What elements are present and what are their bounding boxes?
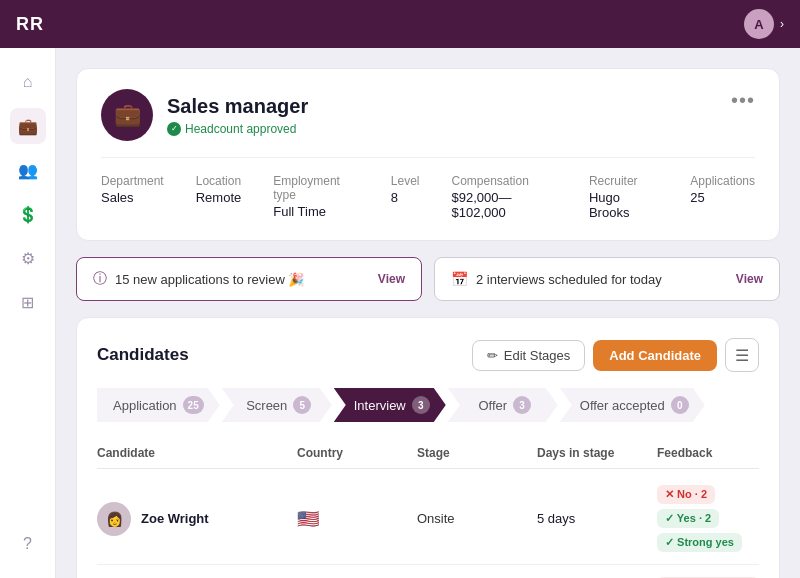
edit-stages-button[interactable]: ✏ Edit Stages — [472, 340, 586, 371]
th-days-in-stage: Days in stage — [537, 446, 657, 460]
job-title: Sales manager — [167, 95, 308, 118]
job-header: 💼 Sales manager ✓ Headcount approved ••• — [101, 89, 755, 141]
candidate-stage-1: Onsite — [417, 511, 537, 526]
stage-label-application: Application — [113, 398, 177, 413]
candidate-avatar-1: 👩 — [97, 502, 131, 536]
meta-applications-label: Applications — [690, 174, 755, 188]
banner-text: 15 new applications to review 🎉 — [115, 272, 304, 287]
feedback-no-1: ✕ No · 2 — [657, 485, 715, 504]
stage-tab-screen[interactable]: Screen 5 — [222, 388, 332, 422]
stage-count-offer-accepted: 0 — [671, 396, 689, 414]
meta-applications: Applications 25 — [690, 174, 755, 220]
pencil-icon: ✏ — [487, 348, 498, 363]
user-avatar[interactable]: A — [744, 9, 774, 39]
avatar-image-1: 👩 — [106, 511, 123, 527]
th-country: Country — [297, 446, 417, 460]
stage-tab-offer[interactable]: Offer 3 — [448, 388, 558, 422]
candidate-days-1: 5 days — [537, 511, 657, 526]
sidebar: ⌂ 💼 👥 💲 ⚙ ⊞ ? — [0, 48, 56, 578]
stage-count-application: 25 — [183, 396, 204, 414]
meta-compensation-value: $92,000—$102,000 — [452, 190, 557, 220]
feedback-yes-1: ✓ Yes · 2 — [657, 509, 719, 528]
candidates-title: Candidates — [97, 345, 189, 365]
candidates-actions: ✏ Edit Stages Add Candidate ☰ — [472, 338, 759, 372]
sidebar-item-compensation[interactable]: 💲 — [10, 196, 46, 232]
briefcase-icon: 💼 — [114, 102, 141, 128]
stage-tab-interview[interactable]: Interview 3 — [334, 388, 446, 422]
candidate-feedback-1: ✕ No · 2 ✓ Yes · 2 ✓ Strong yes — [657, 485, 759, 552]
th-stage: Stage — [417, 446, 537, 460]
stage-count-offer: 3 — [513, 396, 531, 414]
stage-label-screen: Screen — [246, 398, 287, 413]
job-meta: Department Sales Location Remote Employm… — [101, 157, 755, 220]
meta-compensation: Compensation $92,000—$102,000 — [452, 174, 557, 220]
candidate-country-1: 🇺🇸 — [297, 508, 417, 530]
app-logo: RR — [16, 14, 44, 35]
sidebar-item-jobs[interactable]: 💼 — [10, 108, 46, 144]
banner-view-link-2[interactable]: View — [736, 272, 763, 286]
candidate-name-1[interactable]: Zoe Wright — [141, 511, 209, 526]
meta-applications-value: 25 — [690, 190, 755, 205]
banner-left-2: 📅 2 interviews scheduled for today — [451, 271, 662, 287]
sidebar-item-apps[interactable]: ⊞ — [10, 284, 46, 320]
job-info: Sales manager ✓ Headcount approved — [167, 95, 308, 136]
th-candidate: Candidate — [97, 446, 297, 460]
stage-count-screen: 5 — [293, 396, 311, 414]
main-content: 💼 Sales manager ✓ Headcount approved •••… — [56, 48, 800, 578]
info-icon: ⓘ — [93, 270, 107, 288]
stage-tab-application[interactable]: Application 25 — [97, 388, 220, 422]
banner-text-2: 2 interviews scheduled for today — [476, 272, 662, 287]
flag-icon-1: 🇺🇸 — [297, 509, 319, 529]
stage-tabs: Application 25 Screen 5 Interview 3 Offe… — [97, 388, 759, 422]
approved-dot: ✓ — [167, 122, 181, 136]
sidebar-item-help[interactable]: ? — [10, 526, 46, 562]
stage-label-interview: Interview — [354, 398, 406, 413]
badge-text: Headcount approved — [185, 122, 296, 136]
sidebar-item-people[interactable]: 👥 — [10, 152, 46, 188]
meta-level-label: Level — [391, 174, 420, 188]
job-header-left: 💼 Sales manager ✓ Headcount approved — [101, 89, 308, 141]
job-card: 💼 Sales manager ✓ Headcount approved •••… — [76, 68, 780, 241]
meta-recruiter-value: Hugo Brooks — [589, 190, 658, 220]
feedback-strong-yes-1: ✓ Strong yes — [657, 533, 742, 552]
table-header: Candidate Country Stage Days in stage Fe… — [97, 438, 759, 469]
candidates-section: Candidates ✏ Edit Stages Add Candidate ☰… — [76, 317, 780, 578]
stage-label-offer-accepted: Offer accepted — [580, 398, 665, 413]
applications-banner: ⓘ 15 new applications to review 🎉 View — [76, 257, 422, 301]
candidates-table: Candidate Country Stage Days in stage Fe… — [97, 438, 759, 578]
meta-compensation-label: Compensation — [452, 174, 557, 188]
top-bar-right: A › — [744, 9, 784, 39]
meta-recruiter-label: Recruiter — [589, 174, 658, 188]
sidebar-item-settings[interactable]: ⚙ — [10, 240, 46, 276]
meta-level-value: 8 — [391, 190, 420, 205]
table-row: 👩 Zoe Wright 🇺🇸 Onsite 5 days ✕ No · 2 ✓… — [97, 473, 759, 565]
calendar-icon: 📅 — [451, 271, 468, 287]
meta-recruiter: Recruiter Hugo Brooks — [589, 174, 658, 220]
user-menu-chevron[interactable]: › — [780, 17, 784, 31]
stage-label-offer: Offer — [478, 398, 507, 413]
stage-tab-offer-accepted[interactable]: Offer accepted 0 — [560, 388, 705, 422]
banner-left: ⓘ 15 new applications to review 🎉 — [93, 270, 304, 288]
meta-department-value: Sales — [101, 190, 164, 205]
meta-department-label: Department — [101, 174, 164, 188]
interviews-banner: 📅 2 interviews scheduled for today View — [434, 257, 780, 301]
stage-count-interview: 3 — [412, 396, 430, 414]
filter-icon: ☰ — [735, 346, 749, 365]
meta-location-value: Remote — [196, 190, 242, 205]
meta-employment-value: Full Time — [273, 204, 359, 219]
candidate-cell-1: 👩 Zoe Wright — [97, 502, 297, 536]
candidates-header: Candidates ✏ Edit Stages Add Candidate ☰ — [97, 338, 759, 372]
meta-department: Department Sales — [101, 174, 164, 220]
table-row: 👩 Lauren Mitchell 🇬🇧 Assessment 10 days … — [97, 565, 759, 578]
feedback-badges-1: ✕ No · 2 ✓ Yes · 2 ✓ Strong yes — [657, 485, 759, 552]
job-icon: 💼 — [101, 89, 153, 141]
banner-view-link[interactable]: View — [378, 272, 405, 286]
sidebar-item-home[interactable]: ⌂ — [10, 64, 46, 100]
th-feedback: Feedback — [657, 446, 759, 460]
filter-button[interactable]: ☰ — [725, 338, 759, 372]
add-candidate-button[interactable]: Add Candidate — [593, 340, 717, 371]
edit-stages-label: Edit Stages — [504, 348, 571, 363]
top-bar: RR A › — [0, 0, 800, 48]
meta-employment-type: Employment type Full Time — [273, 174, 359, 220]
more-menu-button[interactable]: ••• — [731, 89, 755, 112]
